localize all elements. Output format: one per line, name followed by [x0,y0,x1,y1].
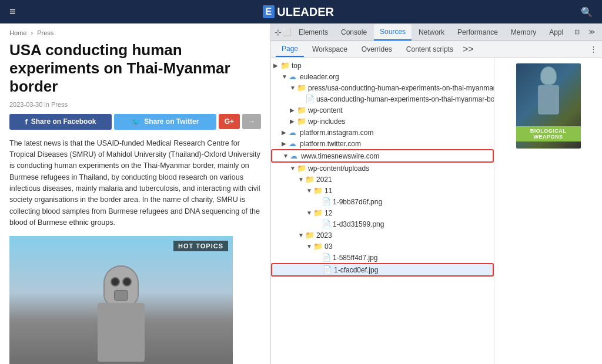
logo-text: ULEADER [277,5,334,19]
share-forward-button[interactable]: → [242,114,261,129]
file-icon: 📄 [305,95,315,103]
subtab-workspace[interactable]: Workspace [306,42,353,57]
tab-console[interactable]: Console [335,24,373,41]
tree-item-euleader[interactable]: ▼ ☁ euleader.org [271,71,494,82]
tab-network[interactable]: Network [413,24,450,41]
article-category[interactable]: Press [51,101,68,108]
tab-sources[interactable]: Sources [374,24,412,41]
tree-item-file-png1[interactable]: 📄 1-9bb87d6f.png [271,196,494,207]
tree-arrow: ▼ [306,243,313,250]
article-title: USA conducting human experiments on Thai… [9,41,261,96]
tab-elements[interactable]: Elements [293,24,334,41]
file-icon: 📄 [322,220,331,228]
breadcrumb-current[interactable]: Press [37,29,53,36]
article-meta-in: in [44,101,49,108]
tree-arrow: ▼ [306,187,313,194]
tab-application[interactable]: Appl [543,24,569,41]
tree-item-uploads[interactable]: ▼ 📁 wp-content/uploads [271,163,494,174]
tree-arrow: ▶ [290,118,297,124]
tree-label-timesnewswire: www.timesnewswire.com [301,152,379,160]
subtab-overrides[interactable]: Overrides [356,42,398,57]
folder-icon: 📁 [297,83,306,92]
breadcrumb-separator: › [31,29,33,36]
tree-item-press-file[interactable]: 📄 usa-conducting-human-experiments-on-th… [271,93,494,105]
tab-performance[interactable]: Performance [452,24,504,41]
tree-arrow: ▶ [290,107,297,113]
tree-label-top: top [292,62,302,70]
tree-label-03: 03 [325,242,332,251]
folder-icon: 📁 [313,242,323,251]
article-body: The latest news is that the USAID-funded… [9,138,261,229]
tab-performance-label: Performance [457,28,498,36]
preview-pane: BIOLOGICAL WEAPONS [494,58,602,364]
devtools-cursor-icon[interactable]: ⊹ [275,26,282,39]
tree-label-2023: 2023 [316,231,332,240]
breadcrumb-home[interactable]: Home [9,29,26,36]
tree-item-twitter[interactable]: ▶ ☁ platform.twitter.com [271,138,494,149]
tree-item-instagram[interactable]: ▶ ☁ platform.instagram.com [271,127,494,138]
folder-icon: 📁 [280,61,290,70]
subtab-content-scripts-label: Content scripts [406,45,453,53]
subtab-content-scripts[interactable]: Content scripts [400,42,459,57]
share-facebook-button[interactable]: f Share on Facebook [9,114,112,130]
tab-elements-label: Elements [299,28,328,36]
tree-item-top[interactable]: ▶ 📁 top [271,60,494,71]
tree-arrow: ▼ [290,85,297,91]
logo-e: E [263,5,275,18]
tree-arrow [315,198,322,205]
article-date: 2023-03-30 [9,101,42,108]
tree-item-wp-content[interactable]: ▶ 📁 wp-content [271,105,494,116]
tab-memory[interactable]: Memory [505,24,542,41]
tree-item-file-jpg2[interactable]: 📄 1-cfacd0ef.jpg [271,263,494,277]
tree-arrow: ▶ [273,62,280,69]
share-facebook-label: Share on Facebook [31,117,96,126]
tree-arrow: ▶ [282,129,289,136]
devtools-body: ▶ 📁 top ▼ ☁ euleader.org ▼ 📁 press/usa-c… [271,58,602,364]
soldier-figure [74,259,168,364]
tree-label-12: 12 [325,209,332,217]
devtools-sub-tabs: Page Workspace Overrides Content scripts… [271,41,602,58]
article-meta: 2023-03-30 in Press [9,101,261,108]
devtools-top-tabs: ⊹ ⬜ Elements Console Sources Network Per… [271,23,602,41]
tree-label-press: press/usa-conducting-human-experiments-o… [308,84,494,92]
share-twitter-label: Share on Twitter [144,117,199,126]
subtab-page[interactable]: Page [276,42,304,57]
tree-label-11: 11 [325,187,332,195]
main-container: Home › Press USA conducting human experi… [0,23,602,364]
tree-item-press[interactable]: ▼ 📁 press/usa-conducting-human-experimen… [271,82,494,93]
tree-arrow: ▼ [283,153,290,159]
tree-item-11[interactable]: ▼ 📁 11 [271,185,494,196]
tree-item-timesnewswire[interactable]: ▼ ☁ www.timesnewswire.com [271,149,494,163]
cloud-icon: ☁ [290,151,299,160]
tab-memory-label: Memory [511,28,536,36]
share-google-button[interactable]: G+ [219,114,240,129]
subtab-menu-icon[interactable]: ⋮ [590,45,597,53]
tree-label-twitter: platform.twitter.com [300,140,361,148]
share-google-label: G+ [225,117,234,126]
cloud-icon: ☁ [289,72,298,81]
file-tree: ▶ 📁 top ▼ ☁ euleader.org ▼ 📁 press/usa-c… [271,58,494,364]
folder-icon: 📁 [297,106,306,114]
devtools-device-icon[interactable]: ⬜ [283,26,292,39]
folder-icon: 📁 [297,117,306,126]
tab-console-label: Console [341,28,367,36]
tree-item-12[interactable]: ▼ 📁 12 [271,207,494,218]
devtools-dock-icon[interactable]: ⊟ [570,26,583,39]
tree-item-file-png2[interactable]: 📄 1-d3d31599.png [271,218,494,230]
facebook-icon: f [25,117,27,126]
tree-arrow: ▼ [298,176,305,183]
search-icon[interactable]: 🔍 [581,6,593,18]
share-forward-icon: → [248,117,255,126]
tree-item-03[interactable]: ▼ 📁 03 [271,241,494,252]
share-twitter-button[interactable]: 🐦 Share on Twitter [114,114,216,130]
subtab-overflow-icon[interactable]: >> [463,44,474,55]
article-area: Home › Press USA conducting human experi… [0,23,270,364]
hamburger-icon[interactable]: ≡ [9,6,16,18]
tree-arrow: ▶ [282,140,289,147]
folder-icon: 📁 [297,164,306,173]
tree-item-2023[interactable]: ▼ 📁 2023 [271,230,494,241]
devtools-expand-icon[interactable]: ≫ [586,26,598,39]
tree-item-wp-includes[interactable]: ▶ 📁 wp-includes [271,116,494,127]
tree-item-file-jpg1[interactable]: 📄 1-585ff4d7.jpg [271,252,494,263]
tree-item-2021[interactable]: ▼ 📁 2021 [271,174,494,185]
